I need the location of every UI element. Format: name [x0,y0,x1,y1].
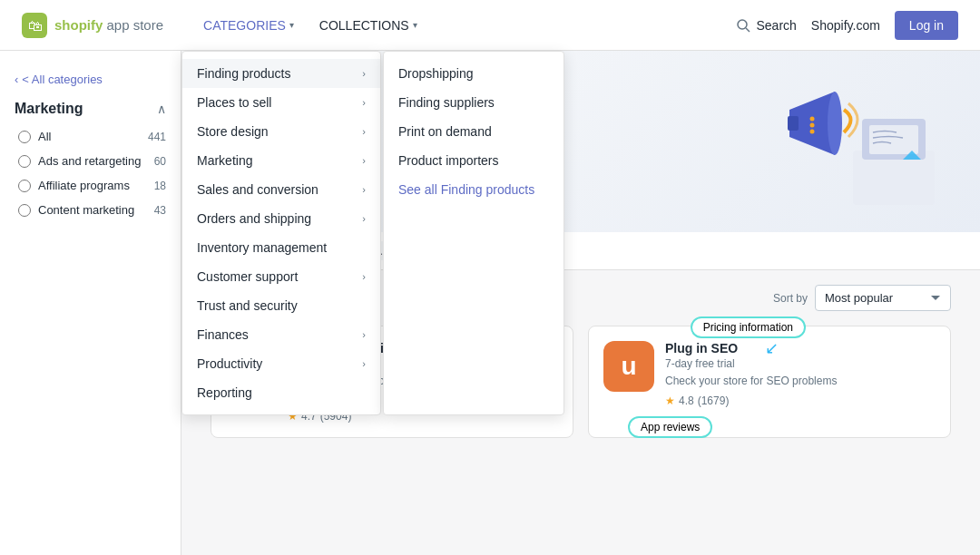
rating-value: 4.8 [679,394,694,407]
logo-text: shopify app store [54,17,163,33]
dropdown-item-label: Finances [197,327,249,342]
svg-rect-6 [869,125,918,154]
main-nav: CATEGORIES ▾ COLLECTIONS ▾ [192,11,428,40]
dropdown-finding-suppliers[interactable]: Finding suppliers [384,88,564,117]
categories-dropdown: Finding products › Places to sell › Stor… [181,51,564,415]
sidebar-back-link[interactable]: ‹ < All categories [0,65,181,93]
arrow-down-left-icon: ↙ [765,338,779,358]
pricing-annotation-bubble: Pricing information [691,316,806,338]
app-description: Check your store for SEO problems [665,374,936,389]
app-reviews-label: App reviews [641,421,700,433]
dropdown-right-panel: Dropshipping Finding suppliers Print on … [383,51,564,415]
dropdown-marketing[interactable]: Marketing › [182,146,380,175]
sidebar-filter-affiliate[interactable]: Affiliate programs 18 [0,173,181,198]
sidebar-radio-content[interactable] [18,204,31,217]
nav-categories[interactable]: CATEGORIES ▾ [192,11,305,40]
sidebar-filter-content[interactable]: Content marketing 43 [0,198,181,222]
filter-label-all: All [38,130,51,143]
dropdown-reporting[interactable]: Reporting [182,378,380,407]
chevron-down-icon: ▾ [413,20,417,30]
dropdown-sales-conversion[interactable]: Sales and conversion › [182,175,380,204]
chevron-right-icon: › [362,155,366,166]
logo-shopify: shopify [54,17,103,33]
sidebar-filter-label: All [18,130,51,143]
search-icon [736,18,750,33]
dropdown-dropshipping[interactable]: Dropshipping [384,59,564,88]
sidebar-radio-all[interactable] [18,131,31,143]
dropdown-finances[interactable]: Finances › [182,320,380,349]
svg-point-8 [828,92,842,155]
dropdown-places-to-sell[interactable]: Places to sell › [182,88,380,117]
logo-area: 🛍 shopify app store [22,13,163,38]
sub-item-label: Product importers [398,153,498,168]
app-icon-plug-in-seo: u [603,341,654,392]
chevron-right-icon: › [362,329,366,340]
chevron-right-icon: › [362,213,366,224]
sidebar-filter-label: Affiliate programs [18,179,130,192]
hero-illustration [762,69,944,214]
dropdown-finding-products[interactable]: Finding products › [182,59,380,88]
sidebar-back-label: < All categories [22,73,103,86]
pricing-annotation: Pricing information ↙ [691,316,806,358]
chevron-right-icon: › [362,358,366,369]
filter-count-content: 43 [154,204,166,217]
dropdown-item-label: Productivity [197,356,262,371]
sidebar-filter-label: Ads and retargeting [18,154,141,168]
dropdown-trust-security[interactable]: Trust and security [182,291,380,320]
dropdown-see-all[interactable]: See all Finding products [384,175,564,204]
reviews-annotation: App reviews [628,416,712,438]
sort-container: Sort by Most popular Newest Highest rati… [773,285,951,311]
search-button[interactable]: Search [736,18,796,33]
pricing-label: Pricing information [703,321,793,334]
chevron-right-icon: › [362,184,366,195]
dropdown-orders-shipping[interactable]: Orders and shipping › [182,204,380,233]
megaphone-svg [762,69,944,214]
dropdown-item-label: Marketing [197,153,252,168]
dropdown-left-panel: Finding products › Places to sell › Stor… [181,51,381,415]
sidebar-radio-ads[interactable] [18,155,31,168]
nav-collections[interactable]: COLLECTIONS ▾ [309,11,428,40]
dropdown-item-label: Orders and shipping [197,211,311,226]
chevron-right-icon: › [362,126,366,137]
sidebar-filter-label: Content marketing [18,203,134,217]
nav-collections-label: COLLECTIONS [319,18,409,33]
dropdown-inventory[interactable]: Inventory management [182,233,380,262]
svg-point-2 [738,20,747,29]
dropdown-item-label: Finding products [197,66,291,81]
sidebar: ‹ < All categories Marketing ∧ All 441 A… [0,51,181,555]
shopify-com-link[interactable]: Shopify.com [811,18,880,33]
review-count: (1679) [698,394,730,407]
search-label: Search [756,18,796,33]
stars-icon: ★ [665,394,675,407]
dropdown-product-importers[interactable]: Product importers [384,146,564,175]
chevron-right-icon: › [362,97,366,108]
sidebar-filter-all[interactable]: All 441 [0,124,181,149]
dropdown-store-design[interactable]: Store design › [182,117,380,146]
app-reviews-annotation-bubble: App reviews [628,416,712,438]
login-button[interactable]: Log in [895,11,958,40]
dropdown-item-label: Reporting [197,385,252,400]
chevron-left-icon: ‹ [15,73,18,86]
dropdown-productivity[interactable]: Productivity › [182,349,380,378]
svg-point-12 [810,130,815,134]
sidebar-marketing-toggle[interactable]: Marketing ∧ [0,93,181,124]
sidebar-radio-affiliate[interactable] [18,180,31,192]
svg-line-3 [746,28,750,32]
dropdown-customer-support[interactable]: Customer support › [182,262,380,291]
dropdown-print-on-demand[interactable]: Print on demand [384,117,564,146]
svg-rect-9 [788,116,799,131]
logo-suffix: app store [103,17,163,33]
svg-point-11 [810,123,815,128]
sub-item-see-all-label: See all Finding products [398,182,534,197]
nav-categories-label: CATEGORIES [203,18,286,33]
sidebar-section-title: Marketing [15,101,83,117]
filter-label-content: Content marketing [38,203,134,217]
sort-label: Sort by [773,292,808,305]
sort-select[interactable]: Most popular Newest Highest rating [815,285,951,311]
dropdown-item-label: Trust and security [197,298,298,313]
chevron-right-icon: › [362,271,366,282]
sub-item-label: Finding suppliers [398,95,495,110]
dropdown-item-label: Inventory management [197,240,327,255]
sidebar-filter-ads[interactable]: Ads and retargeting 60 [0,149,181,173]
dropdown-item-label: Store design [197,124,269,139]
